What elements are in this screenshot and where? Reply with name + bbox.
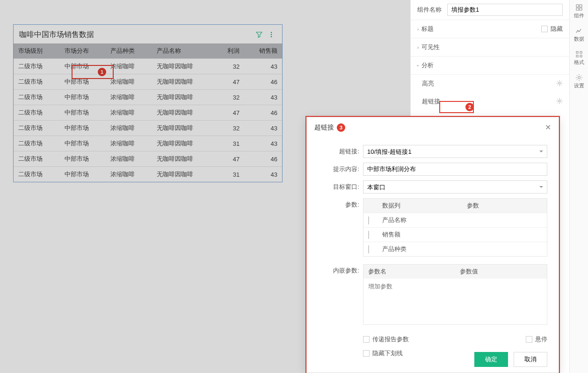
add-param-button[interactable]: 增加参数 bbox=[363, 279, 547, 294]
embed-params-table: 参数名 参数值 增加参数 bbox=[363, 264, 547, 325]
hide-underline-checkbox[interactable] bbox=[363, 350, 370, 357]
cancel-button[interactable]: 取消 bbox=[514, 352, 547, 367]
gear-icon[interactable] bbox=[556, 80, 563, 88]
svg-rect-12 bbox=[580, 55, 582, 57]
svg-rect-11 bbox=[576, 55, 578, 57]
param-checkbox[interactable] bbox=[368, 245, 369, 253]
chevron-right-icon: › bbox=[417, 27, 419, 32]
chevron-down-icon: › bbox=[415, 65, 421, 66]
modal-title: 超链接 bbox=[314, 123, 334, 132]
svg-rect-7 bbox=[576, 8, 579, 10]
hyperlink-modal: 超链接 3 ✕ 超链接: 10/填报-超链接1 提示内容: 目标窗口: 本窗口 … bbox=[306, 117, 559, 373]
svg-rect-9 bbox=[576, 51, 578, 53]
tip-input[interactable] bbox=[363, 163, 547, 176]
badge-2: 2 bbox=[465, 103, 474, 111]
hover-checkbox[interactable] bbox=[526, 336, 532, 343]
visibility-section[interactable]: › 可见性 bbox=[411, 38, 569, 57]
rail-data[interactable]: 数据 bbox=[570, 23, 588, 47]
param-row[interactable]: 产品种类 bbox=[363, 242, 547, 256]
svg-rect-8 bbox=[580, 8, 582, 10]
ok-button[interactable]: 确定 bbox=[474, 352, 508, 367]
param-checkbox[interactable] bbox=[368, 216, 369, 224]
link-label: 超链接: bbox=[326, 145, 359, 158]
highlight-item[interactable]: 高亮 bbox=[411, 75, 569, 93]
rail-format[interactable]: 格式 bbox=[570, 47, 588, 70]
right-rail: 组件 数据 格式 设置 bbox=[569, 0, 588, 373]
svg-rect-5 bbox=[576, 5, 579, 7]
tip-label: 提示内容: bbox=[326, 163, 359, 176]
svg-point-4 bbox=[559, 100, 560, 101]
pass-report-checkbox[interactable] bbox=[363, 336, 370, 343]
hyperlink-item[interactable]: 超链接 bbox=[411, 93, 569, 110]
params-label: 参数: bbox=[326, 198, 359, 257]
embed-label: 内嵌参数: bbox=[326, 264, 359, 325]
chevron-right-icon: › bbox=[417, 45, 419, 50]
component-name-input[interactable] bbox=[447, 4, 563, 16]
param-row[interactable]: 产品名称 bbox=[363, 213, 547, 227]
param-row[interactable]: 销售额 bbox=[363, 227, 547, 242]
svg-point-3 bbox=[559, 82, 560, 84]
param-checkbox[interactable] bbox=[368, 231, 369, 239]
rail-settings[interactable]: 设置 bbox=[570, 70, 588, 93]
analysis-section[interactable]: › 分析 bbox=[411, 57, 569, 75]
hyperlink-select[interactable]: 10/填报-超链接1 bbox=[363, 145, 547, 158]
badge-3: 3 bbox=[337, 123, 345, 132]
params-table: 数据列 参数 产品名称销售额产品种类 bbox=[363, 198, 547, 257]
hide-checkbox[interactable] bbox=[541, 26, 548, 32]
svg-rect-6 bbox=[580, 5, 582, 7]
close-icon[interactable]: ✕ bbox=[545, 123, 551, 132]
component-name-label: 组件名称 bbox=[417, 6, 447, 14]
target-select[interactable]: 本窗口 bbox=[363, 180, 547, 194]
svg-rect-10 bbox=[580, 51, 582, 53]
gear-icon[interactable] bbox=[556, 98, 563, 106]
rail-component[interactable]: 组件 bbox=[570, 0, 588, 23]
title-section[interactable]: › 标题 隐藏 bbox=[411, 20, 569, 38]
target-label: 目标窗口: bbox=[326, 180, 359, 194]
svg-point-13 bbox=[578, 77, 580, 79]
